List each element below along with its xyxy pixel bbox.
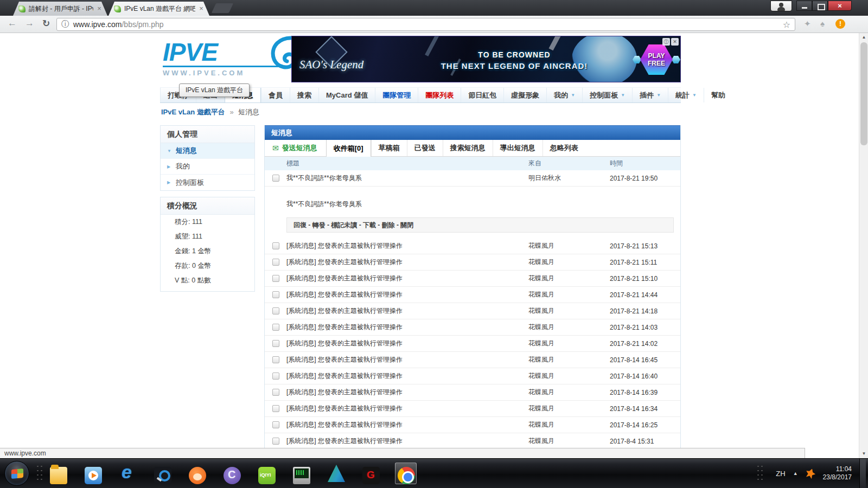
- spade-extension-icon[interactable]: ♠: [820, 19, 825, 28]
- message-sender[interactable]: 花蝶風月: [528, 241, 610, 251]
- profile-button[interactable]: [770, 1, 792, 11]
- message-sender[interactable]: 花蝶風月: [528, 355, 610, 364]
- message-subject[interactable]: [系統消息] 您發表的主題被執行管理操作: [286, 404, 528, 413]
- message-sender[interactable]: 花蝶風月: [528, 323, 610, 332]
- taskbar-app-button[interactable]: [117, 463, 139, 484]
- pm-tab[interactable]: 搜索短消息: [443, 140, 493, 156]
- taskbar-app-button[interactable]: [360, 463, 382, 484]
- address-bar[interactable]: ⓘ www.ipve.com/bbs/pm.php ☆: [56, 18, 795, 31]
- info-icon[interactable]: ⓘ: [61, 20, 69, 29]
- pm-tab[interactable]: 已發送: [407, 140, 443, 156]
- nav-item[interactable]: MyCard 儲值: [318, 88, 375, 102]
- sidebar-item[interactable]: ▶ 控制面板: [161, 175, 254, 190]
- message-action-link[interactable]: 關閉: [400, 221, 413, 229]
- nav-item[interactable]: 節日紅包: [461, 88, 503, 102]
- message-row[interactable]: [系統消息] 您發表的主題被執行管理操作 花蝶風月 2017-8-21 14:0…: [265, 336, 680, 352]
- message-subject[interactable]: [系統消息] 您發表的主題被執行管理操作: [286, 420, 528, 429]
- message-sender[interactable]: 花蝶風月: [528, 404, 610, 413]
- message-subject[interactable]: [系統消息] 您發表的主題被執行管理操作: [286, 388, 528, 397]
- avast-extension-icon[interactable]: ✦: [804, 19, 811, 29]
- message-row[interactable]: [系統消息] 您發表的主題被執行管理操作 花蝶風月 2017-8-14 16:4…: [265, 368, 680, 384]
- taskbar-app-button[interactable]: [221, 463, 243, 484]
- message-subject[interactable]: [系統消息] 您發表的主題被執行管理操作: [286, 274, 528, 283]
- message-subject[interactable]: [系統消息] 您發表的主題被執行管理操作: [286, 241, 528, 251]
- message-row[interactable]: [系統消息] 您發表的主題被執行管理操作 花蝶風月 2017-8-21 15:1…: [265, 238, 680, 254]
- taskbar-clock[interactable]: 11:04 23/8/2017: [823, 465, 852, 481]
- message-action-link[interactable]: 回復: [293, 221, 312, 229]
- message-row[interactable]: [系統消息] 您發表的主題被執行管理操作 花蝶風月 2017-8-4 15:31: [265, 433, 680, 450]
- message-sender[interactable]: 花蝶風月: [528, 339, 610, 348]
- tray-up-icon[interactable]: ▲: [793, 471, 798, 476]
- show-desktop-button[interactable]: [859, 459, 866, 488]
- message-subject[interactable]: [系統消息] 您發表的主題被執行管理操作: [286, 323, 528, 332]
- page-scrollbar[interactable]: ▲ ▼: [859, 33, 868, 458]
- message-action-link[interactable]: 標記未讀: [331, 221, 363, 229]
- message-row[interactable]: [系統消息] 您發表的主題被執行管理操作 花蝶風月 2017-8-21 15:1…: [265, 254, 680, 271]
- message-subject[interactable]: [系統消息] 您發表的主題被執行管理操作: [286, 258, 528, 267]
- message-subject[interactable]: [系統消息] 您發表的主題被執行管理操作: [286, 355, 528, 364]
- reload-icon[interactable]: ↻: [42, 18, 50, 29]
- browser-tab[interactable]: 請解封 - 用戶申訴 - IPvE ×: [13, 2, 107, 16]
- warning-extension-icon[interactable]: !: [835, 19, 845, 29]
- nav-item[interactable]: 會員: [261, 88, 290, 102]
- row-checkbox[interactable]: [272, 275, 279, 282]
- scroll-up-icon[interactable]: ▲: [859, 33, 868, 42]
- nav-item[interactable]: 搜索: [290, 88, 318, 102]
- back-icon[interactable]: ←: [8, 18, 17, 29]
- breadcrumb-home-link[interactable]: IPvE vLan 遊戲平台: [161, 108, 225, 116]
- scroll-down-icon[interactable]: ▼: [859, 450, 868, 458]
- sidebar-item[interactable]: ▶ 我的: [161, 159, 254, 175]
- taskbar-app-button[interactable]: [152, 463, 174, 484]
- message-sender[interactable]: 花蝶風月: [528, 436, 610, 446]
- message-sender[interactable]: 花蝶風月: [528, 371, 610, 381]
- pm-tab[interactable]: 收件箱[0]: [326, 140, 371, 157]
- avast-tray-icon[interactable]: [804, 467, 816, 479]
- row-checkbox[interactable]: [272, 340, 279, 347]
- row-checkbox[interactable]: [272, 405, 279, 412]
- message-sender[interactable]: 花蝶風月: [528, 306, 610, 316]
- nav-item[interactable]: 控制面板 ▼: [582, 88, 632, 102]
- taskbar-app-button[interactable]: [187, 463, 208, 484]
- nav-item[interactable]: 團隊列表: [418, 88, 461, 102]
- message-row[interactable]: [系統消息] 您發表的主題被執行管理操作 花蝶風月 2017-8-14 16:3…: [265, 401, 680, 417]
- minimize-button[interactable]: [796, 1, 812, 11]
- row-checkbox[interactable]: [272, 389, 279, 396]
- row-checkbox[interactable]: [272, 175, 279, 182]
- message-row[interactable]: [系統消息] 您發表的主題被執行管理操作 花蝶風月 2017-8-14 16:3…: [265, 384, 680, 401]
- row-checkbox[interactable]: [272, 421, 279, 428]
- pm-tab[interactable]: 草稿箱: [371, 140, 407, 156]
- row-checkbox[interactable]: [272, 438, 279, 445]
- pm-tab[interactable]: 忽略列表: [542, 140, 585, 156]
- tab-close-icon[interactable]: ×: [197, 5, 205, 12]
- message-sender[interactable]: 花蝶風月: [528, 388, 610, 397]
- taskbar-app-button[interactable]: [256, 463, 278, 484]
- maximize-button[interactable]: [812, 1, 828, 11]
- message-subject[interactable]: [系統消息] 您發表的主題被執行管理操作: [286, 339, 528, 348]
- message-subject[interactable]: [系統消息] 您發表的主題被執行管理操作: [286, 290, 528, 299]
- row-checkbox[interactable]: [272, 242, 279, 249]
- scrollbar-thumb[interactable]: [860, 42, 867, 145]
- message-sender[interactable]: 花蝶風月: [528, 290, 610, 299]
- compose-message-link[interactable]: ✉ 發送短消息: [265, 140, 326, 156]
- row-checkbox[interactable]: [272, 307, 279, 314]
- taskbar-app-button[interactable]: [291, 463, 312, 484]
- nav-item[interactable]: 統計 ▼: [668, 88, 704, 102]
- nav-item[interactable]: 插件 ▼: [632, 88, 668, 102]
- row-checkbox[interactable]: [272, 259, 279, 266]
- nav-item[interactable]: 虛擬形象: [503, 88, 546, 102]
- message-row[interactable]: [系統消息] 您發表的主題被執行管理操作 花蝶風月 2017-8-21 14:4…: [265, 287, 680, 303]
- message-row-expanded[interactable]: 我**不良詞語**你老母臭系 明日佑秋水 2017-8-21 19:50: [265, 170, 680, 187]
- row-checkbox[interactable]: [272, 291, 279, 298]
- bookmark-star-icon[interactable]: ☆: [783, 20, 790, 30]
- message-subject[interactable]: [系統消息] 您發表的主題被執行管理操作: [286, 371, 528, 381]
- sidebar-item[interactable]: ▼ 短消息: [161, 143, 254, 159]
- start-button[interactable]: [4, 461, 29, 486]
- taskbar-app-button[interactable]: [82, 463, 104, 484]
- ad-banner[interactable]: SAO's Legend TO BE CROWNED THE NEXT LEGE…: [291, 36, 681, 82]
- language-indicator[interactable]: ZH: [776, 470, 785, 478]
- message-subject[interactable]: 我**不良詞語**你老母臭系: [286, 174, 528, 183]
- nav-item[interactable]: 團隊管理: [375, 88, 418, 102]
- message-row[interactable]: [系統消息] 您發表的主題被執行管理操作 花蝶風月 2017-8-21 14:1…: [265, 303, 680, 319]
- row-checkbox[interactable]: [272, 324, 279, 331]
- row-checkbox[interactable]: [272, 356, 279, 363]
